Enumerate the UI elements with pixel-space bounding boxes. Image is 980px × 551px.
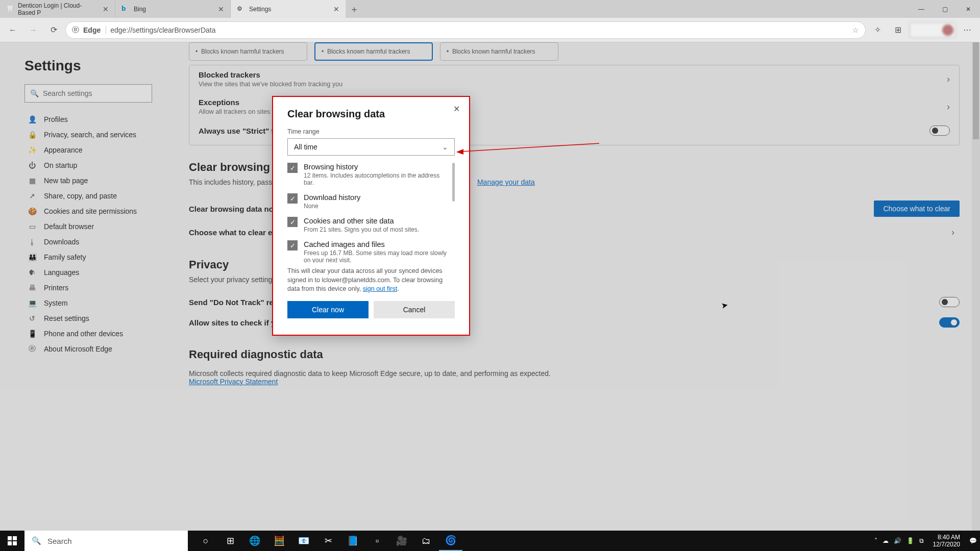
checkbox-label: Browsing history <box>304 163 450 171</box>
window-controls: — ▢ ✕ <box>910 0 980 18</box>
tab-bing[interactable]: 𝗯 Bing ✕ <box>115 0 231 18</box>
edge-label: Edge <box>83 26 106 34</box>
checkbox-sub: Frees up 16.7 MB. Some sites may load mo… <box>304 249 450 263</box>
snip-icon[interactable]: ✂ <box>316 531 340 551</box>
outlook-icon[interactable]: 📧 <box>292 531 315 551</box>
time-range-label: Time range <box>287 128 455 135</box>
refresh-button[interactable]: ⟳ <box>45 21 62 39</box>
app-icon[interactable]: ▫ <box>365 531 389 551</box>
edge-icon[interactable]: 🌀 <box>439 531 462 551</box>
modal-title: Clear browsing data <box>287 108 455 120</box>
checkbox-label: Cookies and other site data <box>304 217 419 225</box>
clear-data-modal: ✕ Clear browsing data Time range All tim… <box>272 96 470 336</box>
volume-icon[interactable]: 🔊 <box>894 537 901 544</box>
checkbox-row: ✓ Download history None <box>287 193 450 210</box>
svg-rect-2 <box>8 536 12 540</box>
taskbar-search[interactable]: 🔍 Search <box>24 531 188 551</box>
cortana-icon[interactable]: ○ <box>194 531 217 551</box>
checkbox-list: ✓ Browsing history 12 items. Includes au… <box>287 163 455 263</box>
tray-expand-icon[interactable]: ˄ <box>874 537 877 544</box>
favorites-button[interactable]: ✧ <box>869 21 886 39</box>
favorite-icon[interactable]: ☆ <box>852 26 859 34</box>
notifications-icon[interactable]: 💬 <box>969 537 977 544</box>
time-range-select[interactable]: All time ⌄ <box>287 138 455 156</box>
new-tab-button[interactable]: ＋ <box>346 0 362 18</box>
checkbox[interactable]: ✓ <box>287 163 298 173</box>
address-bar[interactable]: ⓔ Edge edge://settings/clearBrowserData … <box>65 21 866 39</box>
close-icon[interactable]: ✕ <box>218 5 224 13</box>
chrome-icon[interactable]: 🌐 <box>243 531 266 551</box>
chevron-down-icon: ⌄ <box>442 143 448 151</box>
tab-settings[interactable]: ⚙ Settings ✕ <box>231 0 346 18</box>
close-icon[interactable]: ✕ <box>103 5 109 13</box>
cancel-button[interactable]: Cancel <box>374 301 455 318</box>
onedrive-icon[interactable]: ☁ <box>883 537 889 544</box>
close-icon[interactable]: ✕ <box>453 104 460 114</box>
tab-denticon[interactable]: 🦷 Denticon Login | Cloud-Based P ✕ <box>0 0 115 18</box>
word-icon[interactable]: 📘 <box>341 531 364 551</box>
start-button[interactable] <box>0 531 24 551</box>
svg-rect-4 <box>8 541 12 545</box>
tab-favicon: 𝗯 <box>121 5 130 13</box>
close-window-button[interactable]: ✕ <box>957 0 980 18</box>
menu-button[interactable]: ⋯ <box>959 21 976 39</box>
taskbar: 🔍 Search ○ ⊞ 🌐 🧮 📧 ✂ 📘 ▫ 🎥 🗂 🌀 ˄ ☁ 🔊 🔋 ⧉… <box>0 531 980 551</box>
zoom-icon[interactable]: 🎥 <box>390 531 413 551</box>
modal-note: This will clear your data across all you… <box>287 267 455 294</box>
gear-icon: ⚙ <box>237 5 245 13</box>
collections-button[interactable]: ⊞ <box>889 21 906 39</box>
checkbox[interactable]: ✓ <box>287 217 298 227</box>
checkbox-row: ✓ Cookies and other site data From 21 si… <box>287 217 450 233</box>
svg-rect-3 <box>13 536 17 540</box>
checkbox-label: Cached images and files <box>304 240 450 248</box>
checkbox-label: Download history <box>304 193 360 202</box>
sign-out-link[interactable]: sign out first <box>363 285 397 292</box>
clear-now-button[interactable]: Clear now <box>287 301 369 318</box>
forward-button: → <box>24 21 42 39</box>
maximize-button[interactable]: ▢ <box>933 0 957 18</box>
task-view-icon[interactable]: ⊞ <box>218 531 242 551</box>
edge-icon: ⓔ <box>72 26 79 35</box>
svg-rect-5 <box>13 541 17 545</box>
tab-favicon: 🦷 <box>6 5 14 13</box>
checkbox-sub: None <box>304 203 360 210</box>
app-icon-2[interactable]: 🗂 <box>414 531 438 551</box>
checkbox[interactable]: ✓ <box>287 240 298 251</box>
checkbox-sub: From 21 sites. Signs you out of most sit… <box>304 226 419 233</box>
system-tray: ˄ ☁ 🔊 🔋 ⧉ 8:40 AM 12/7/2020 💬 <box>874 534 980 548</box>
checkbox-row: ✓ Cached images and files Frees up 16.7 … <box>287 240 450 263</box>
toolbar: ← → ⟳ ⓔ Edge edge://settings/clearBrowse… <box>0 18 980 42</box>
search-icon: 🔍 <box>32 536 41 545</box>
modal-overlay <box>0 42 980 533</box>
calculator-icon[interactable]: 🧮 <box>267 531 291 551</box>
clock[interactable]: 8:40 AM 12/7/2020 <box>929 534 964 548</box>
checkbox-sub: 12 items. Includes autocompletions in th… <box>304 172 450 186</box>
title-bar: 🦷 Denticon Login | Cloud-Based P ✕ 𝗯 Bin… <box>0 0 980 18</box>
checkbox[interactable]: ✓ <box>287 193 298 204</box>
close-icon[interactable]: ✕ <box>333 5 339 13</box>
dropbox-icon[interactable]: ⧉ <box>919 537 924 544</box>
tab-title: Bing <box>134 6 146 13</box>
tab-strip: 🦷 Denticon Login | Cloud-Based P ✕ 𝗯 Bin… <box>0 0 362 18</box>
minimize-button[interactable]: — <box>910 0 933 18</box>
scrollbar[interactable] <box>452 163 455 202</box>
checkbox-row: ✓ Browsing history 12 items. Includes au… <box>287 163 450 186</box>
battery-icon[interactable]: 🔋 <box>906 537 914 544</box>
url-text: edge://settings/clearBrowserData <box>110 26 215 34</box>
tab-title: Denticon Login | Cloud-Based P <box>18 2 99 16</box>
back-button[interactable]: ← <box>4 21 21 39</box>
tab-title: Settings <box>249 6 271 13</box>
profile-chip[interactable] <box>910 22 955 38</box>
